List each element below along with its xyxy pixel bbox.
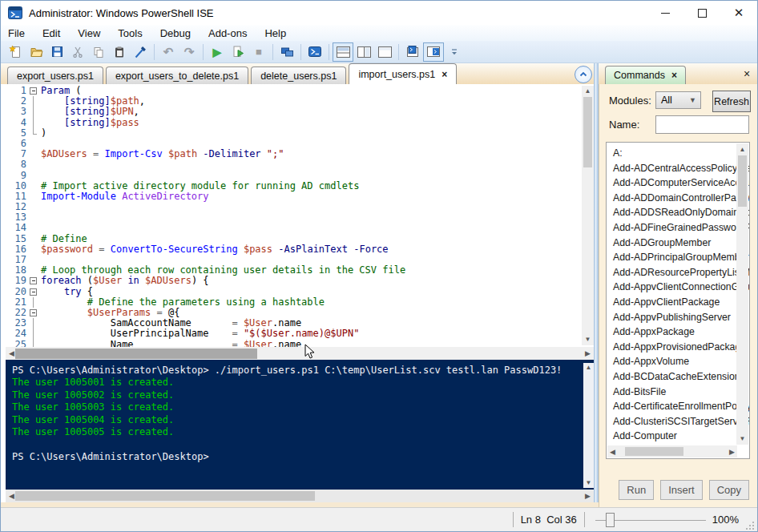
- command-list-item[interactable]: Add-BitsFile: [607, 385, 749, 400]
- scroll-left-icon[interactable]: ◀: [610, 448, 615, 456]
- scroll-left-icon[interactable]: ◀: [9, 492, 14, 500]
- script-tab-delete_users.ps1[interactable]: delete_users.ps1: [251, 66, 346, 84]
- list-vscroll-thumb[interactable]: [738, 155, 747, 207]
- command-list-item[interactable]: Add-CertificateEnrollmentPolicy: [607, 399, 749, 414]
- tab-close-icon[interactable]: ×: [441, 69, 447, 80]
- new-script-button[interactable]: [5, 42, 26, 62]
- paste-button[interactable]: [109, 42, 130, 62]
- console-pane[interactable]: PS C:\Users\Administrator\Desktop> ./imp…: [6, 360, 595, 490]
- cut-button[interactable]: [67, 42, 88, 62]
- console-horizontal-scrollbar[interactable]: ◀ ▶: [6, 490, 594, 502]
- command-list-item[interactable]: Add-ADPrincipalGroupMember: [607, 250, 749, 265]
- menu-add-ons[interactable]: Add-ons: [208, 27, 247, 39]
- fold-collapse-icon[interactable]: [26, 287, 41, 297]
- code-line-16[interactable]: 16$password = ConvertTo-SecureString $pa…: [6, 244, 581, 255]
- commands-tab-close-icon[interactable]: ×: [671, 70, 677, 81]
- minimize-button[interactable]: [647, 1, 683, 25]
- code-line-12[interactable]: 12: [6, 202, 581, 212]
- collapse-toolbar-button[interactable]: [575, 66, 592, 83]
- command-list-item[interactable]: Add-ADFineGrainedPasswordPo: [607, 220, 749, 236]
- fold-collapse-icon[interactable]: [26, 86, 41, 96]
- clear-console-button[interactable]: [130, 42, 151, 62]
- code-line-7[interactable]: 7$ADUsers = Import-Csv $path -Delimiter …: [6, 149, 581, 159]
- scroll-left-icon[interactable]: ◀: [9, 349, 14, 357]
- undo-button[interactable]: ↶: [158, 42, 179, 62]
- editor-vertical-scrollbar[interactable]: ▲ ▼: [582, 86, 594, 345]
- code-line-4[interactable]: 4 [string]$pass: [6, 118, 581, 128]
- script-editor[interactable]: 1Param (2 [string]$path,3 [string]$UPN,4…: [6, 86, 581, 347]
- scroll-right-icon[interactable]: ▶: [729, 448, 735, 456]
- stop-operation-button[interactable]: ■: [248, 42, 269, 62]
- commands-list-hscrollbar[interactable]: ◀ ▶: [607, 445, 737, 457]
- scroll-up-icon[interactable]: ▲: [736, 146, 748, 153]
- code-line-5[interactable]: 5): [6, 128, 581, 139]
- command-list-item[interactable]: Add-AppvPublishingServer: [607, 310, 749, 325]
- code-line-8[interactable]: 8: [6, 159, 581, 170]
- script-tab-export_users.ps1[interactable]: export_users.ps1: [7, 66, 103, 84]
- show-script-pane-top-button[interactable]: [333, 42, 353, 62]
- tab-commands[interactable]: Commands ×: [605, 66, 686, 84]
- scroll-right-icon[interactable]: ▶: [585, 492, 591, 500]
- fold-collapse-icon[interactable]: [26, 308, 41, 318]
- code-line-13[interactable]: 13: [6, 212, 581, 223]
- list-hscroll-thumb[interactable]: [625, 447, 683, 456]
- command-list-item[interactable]: Add-AppvClientPackage: [607, 295, 749, 310]
- console-hscroll-thumb[interactable]: [15, 491, 315, 501]
- scroll-up-icon[interactable]: ▲: [582, 88, 594, 95]
- zoom-slider-thumb[interactable]: [606, 513, 615, 527]
- open-script-button[interactable]: [26, 42, 46, 62]
- code-line-14[interactable]: 14: [6, 223, 581, 233]
- menu-edit[interactable]: Edit: [42, 27, 60, 39]
- run-script-button[interactable]: ▶: [207, 42, 228, 62]
- scroll-down-icon[interactable]: ▼: [583, 480, 594, 486]
- code-line-25[interactable]: 25 Name = $User.name: [6, 340, 581, 348]
- menu-help[interactable]: Help: [264, 27, 286, 39]
- code-line-11[interactable]: 11Import-Module ActiveDirectory: [6, 191, 581, 202]
- editor-horizontal-scrollbar[interactable]: ◀ ▶: [6, 347, 594, 361]
- show-script-pane-maximized-button[interactable]: [374, 42, 395, 62]
- name-input[interactable]: [655, 115, 749, 134]
- command-list-item[interactable]: Add-ADResourcePropertyListMe: [607, 265, 749, 280]
- zoom-slider[interactable]: [595, 512, 706, 528]
- fold-collapse-icon[interactable]: [26, 276, 41, 286]
- close-button[interactable]: ✕: [720, 1, 757, 25]
- command-list-item[interactable]: Add-ADDomainControllerPassw: [607, 191, 749, 206]
- menu-tools[interactable]: Tools: [118, 27, 142, 39]
- command-list-item[interactable]: Add-AppxProvisionedPackage: [607, 340, 749, 355]
- new-remote-powershell-tab-button[interactable]: [276, 42, 297, 62]
- command-list-item[interactable]: Add-ADComputerServiceAccoun: [607, 175, 749, 191]
- copy-button[interactable]: [88, 42, 109, 62]
- command-list-item[interactable]: Add-Computer: [607, 429, 749, 444]
- command-group-header[interactable]: A:: [607, 146, 749, 161]
- menu-view[interactable]: View: [78, 27, 100, 39]
- run-selection-button[interactable]: [228, 42, 248, 62]
- menu-file[interactable]: File: [8, 27, 25, 39]
- editor-hscroll-thumb[interactable]: [15, 349, 257, 359]
- toolbar-overflow-button[interactable]: [444, 42, 465, 62]
- run-button[interactable]: Run: [619, 480, 654, 500]
- command-list-item[interactable]: Add-ADDSReadOnlyDomainCon: [607, 205, 749, 220]
- show-script-pane-right-button[interactable]: [353, 42, 374, 62]
- command-list-item[interactable]: Add-AppxVolume: [607, 354, 749, 369]
- new-powershell-tab-button[interactable]: [402, 42, 423, 62]
- command-list-item[interactable]: Add-ADCentralAccessPolicyMem: [607, 161, 749, 176]
- resize-grip[interactable]: [745, 521, 756, 531]
- modules-dropdown[interactable]: All ▼: [655, 91, 701, 109]
- console-vertical-scrollbar[interactable]: ▲ ▼: [583, 363, 594, 488]
- scroll-down-icon[interactable]: ▼: [736, 435, 748, 442]
- commands-pane-close-button[interactable]: ×: [740, 66, 754, 81]
- command-list-item[interactable]: Add-AppxPackage: [607, 324, 749, 340]
- script-tab-export_users_to_delete.ps1[interactable]: export_users_to_delete.ps1: [106, 66, 248, 84]
- redo-button[interactable]: ↷: [179, 42, 200, 62]
- command-list-item[interactable]: Add-ClusteriSCSITargetServerRo: [607, 414, 749, 429]
- start-powershell-button[interactable]: [304, 42, 325, 62]
- copy-button-pane[interactable]: Copy: [709, 480, 749, 500]
- commands-list-vscrollbar[interactable]: ▲ ▼: [736, 143, 748, 445]
- refresh-button[interactable]: Refresh: [712, 91, 751, 112]
- command-list-item[interactable]: Add-ADGroupMember: [607, 236, 749, 251]
- menu-debug[interactable]: Debug: [160, 27, 191, 39]
- show-script-pane-toggle-button[interactable]: [423, 42, 444, 62]
- scroll-down-icon[interactable]: ▼: [582, 337, 594, 343]
- command-list-item[interactable]: Add-BCDataCacheExtension: [607, 369, 749, 385]
- scroll-right-icon[interactable]: ▶: [585, 349, 591, 357]
